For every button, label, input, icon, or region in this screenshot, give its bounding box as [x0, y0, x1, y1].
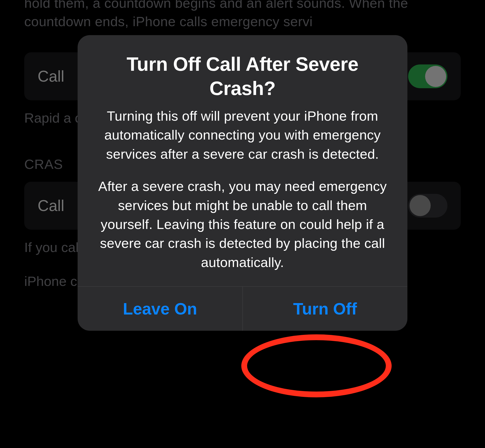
alert-body: Turn Off Call After Severe Crash? Turnin… — [78, 35, 407, 286]
confirmation-alert: Turn Off Call After Severe Crash? Turnin… — [78, 35, 407, 331]
alert-message-1: Turning this off will prevent your iPhon… — [98, 107, 387, 164]
alert-title: Turn Off Call After Severe Crash? — [98, 52, 387, 101]
turn-off-button[interactable]: Turn Off — [243, 287, 408, 331]
alert-message-2: After a severe crash, you may need emerg… — [98, 177, 387, 272]
leave-on-button[interactable]: Leave On — [78, 287, 243, 331]
alert-button-row: Leave On Turn Off — [78, 286, 407, 331]
